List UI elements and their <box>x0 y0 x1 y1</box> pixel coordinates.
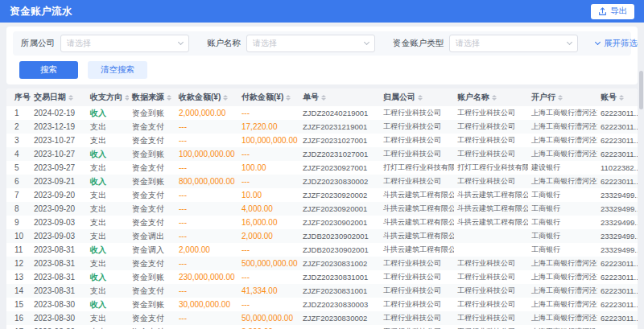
cell-date: 2023-08-31 <box>31 286 87 295</box>
cell-date: 2023-09-03 <box>31 232 87 241</box>
cell-company: 工程行业科技公司 <box>380 149 454 159</box>
cell-receive: --- <box>175 218 238 227</box>
sort-icon <box>223 95 228 101</box>
table-row[interactable]: 122023-08-31支出资金支付---500,000,000.00ZJZF2… <box>6 257 638 270</box>
cell-pay: 100.00 <box>238 163 299 172</box>
export-icon <box>598 7 607 16</box>
table-row[interactable]: 52023-09-27支出资金支付---100.00ZJZF2023092700… <box>6 161 638 175</box>
cell-company: 工程行业科技公司 <box>380 176 454 187</box>
column-header-company[interactable]: 归属公司 <box>380 92 454 103</box>
filter-account-name-label: 账户名称 <box>207 38 241 49</box>
cell-order_no: ZJZF20231219001 <box>299 122 380 131</box>
table-row[interactable]: 132023-08-31收入资金到账230,000,000.00---ZJDZ2… <box>6 270 638 284</box>
cell-direction: 支出 <box>87 217 129 228</box>
cell-order_no: ZJZF20230920001 <box>299 204 380 213</box>
cell-company: 工程行业科技公司 <box>380 299 454 310</box>
cell-direction: 支出 <box>87 135 129 146</box>
cell-receive: --- <box>175 259 238 268</box>
clear-search-button[interactable]: 清空搜索 <box>88 61 147 79</box>
table-row[interactable]: 92023-09-03支出资金支付---16,000.00ZJZF2023090… <box>6 216 638 229</box>
cell-order_no: ZJZF20230920002 <box>299 191 380 199</box>
cell-source: 资金到账 <box>129 299 175 310</box>
cell-direction: 收入 <box>87 245 129 256</box>
table-row[interactable]: 62023-09-21收入资金到账800,000,000.00---ZJDZ20… <box>6 175 638 188</box>
cell-source: 资金支付 <box>129 121 175 133</box>
table-row[interactable]: 72023-09-20支出资金支付---10.00ZJZF20230920002… <box>6 188 638 202</box>
cell-index: 15 <box>6 300 31 309</box>
vertical-scrollbar[interactable] <box>639 71 643 327</box>
account-name-select[interactable]: 请选择 <box>246 35 375 52</box>
column-header-receive[interactable]: 收款金额(¥) <box>175 92 238 103</box>
cell-order_no: ZJDZ20240219001 <box>299 109 380 117</box>
cell-account_name: 工程行业科技公司 <box>454 258 528 269</box>
cell-order_no: ZJZF20230902001 <box>299 218 380 227</box>
table-row[interactable]: 102023-09-03支出资金调出---2,000.00ZJDB2023090… <box>6 229 638 243</box>
cell-order_no: ZJDZ20231027001 <box>299 150 380 158</box>
cell-direction: 收入 <box>87 149 129 160</box>
table-row[interactable]: 172023-08-30支出资金支付---3,300.00ZJZF2023083… <box>6 325 638 329</box>
cell-order_no: ZJDZ20230830003 <box>299 300 380 309</box>
scrollbar-thumb[interactable] <box>639 71 643 109</box>
column-header-account_name[interactable]: 账户名称 <box>454 92 528 103</box>
cell-date: 2023-08-31 <box>31 259 87 268</box>
cell-company: 斗拱云建筑工程有限公司 <box>380 217 454 228</box>
cell-order_no: ZJZF20230830002 <box>299 314 380 323</box>
column-label: 归属公司 <box>383 92 415 103</box>
cell-index: 1 <box>6 109 31 117</box>
cell-direction: 收入 <box>87 272 129 283</box>
cell-order_no: ZJZF20230927001 <box>299 163 380 172</box>
cell-order_no: ZJDZ20230830002 <box>299 177 380 186</box>
transactions-table: 序号交易日期收支方向数据来源收款金额(¥)付款金额(¥)单号归属公司账户名称开户… <box>6 88 638 329</box>
cell-company: 斗拱云建筑工程有限公司 <box>380 245 454 255</box>
cell-receive: 100,000,000.00 <box>175 150 238 158</box>
cell-direction: 支出 <box>87 121 129 133</box>
cell-pay: --- <box>238 109 299 117</box>
table-row[interactable]: 42023-10-27收入资金到账100,000,000.00---ZJDZ20… <box>6 147 638 161</box>
column-header-order_no[interactable]: 单号 <box>299 92 380 103</box>
table-row[interactable]: 82023-09-20支出资金支付---4,000.00ZJZF20230920… <box>6 202 638 216</box>
column-header-direction[interactable]: 收支方向 <box>87 92 129 103</box>
table-row[interactable]: 162023-08-30支出资金支付---50,000,000.00ZJZF20… <box>6 311 638 325</box>
cell-pay: 50,000,000.00 <box>238 314 299 323</box>
cell-account_no: 23329499... <box>597 245 638 254</box>
cell-date: 2023-09-20 <box>31 204 87 213</box>
column-header-date[interactable]: 交易日期 <box>31 92 87 103</box>
search-button[interactable]: 搜索 <box>19 61 78 79</box>
cell-index: 16 <box>6 314 31 323</box>
cell-pay: 16,000.00 <box>238 218 299 227</box>
cell-direction: 收入 <box>87 176 129 187</box>
cell-index: 9 <box>6 218 31 227</box>
expand-filters-link[interactable]: 展开筛选 <box>596 38 638 49</box>
table-row[interactable]: 112023-08-31收入资金调入2,000.00---ZJDB2023090… <box>6 243 638 257</box>
column-header-source[interactable]: 数据来源 <box>129 92 175 103</box>
cell-order_no: ZJDB20230902001 <box>299 245 380 254</box>
table-row[interactable]: 12024-02-19收入资金到账2,000,000.00---ZJDZ2024… <box>6 106 638 120</box>
column-header-account_no[interactable]: 账号 <box>597 92 638 103</box>
cell-account_no: 23329499... <box>597 191 638 199</box>
cell-source: 资金到账 <box>129 272 175 283</box>
sort-icon <box>68 95 73 101</box>
export-button[interactable]: 导出 <box>591 4 634 19</box>
cell-company: 工程行业科技公司 <box>380 135 454 146</box>
cell-receive: 800,000,000.00 <box>175 177 238 186</box>
table-row[interactable]: 22023-12-19支出资金支付---17,220.00ZJZF2023121… <box>6 120 638 134</box>
cell-bank: 上海工商银行漕河泾支行 <box>528 299 597 310</box>
cell-direction: 支出 <box>87 190 129 201</box>
column-header-pay[interactable]: 付款金额(¥) <box>238 92 299 103</box>
cell-date: 2023-08-31 <box>31 273 87 282</box>
table-row[interactable]: 32023-10-27支出资金支付---100,000,000.00ZJZF20… <box>6 134 638 147</box>
table-row[interactable]: 142023-08-31支出资金支付---41,334.00ZJZF202308… <box>6 284 638 298</box>
cell-receive: --- <box>175 314 238 323</box>
cell-company: 斗拱云建筑工程有限公司 <box>380 231 454 241</box>
table-header: 序号交易日期收支方向数据来源收款金额(¥)付款金额(¥)单号归属公司账户名称开户… <box>6 88 638 106</box>
cell-bank: 上海工商银行漕河泾支行 <box>528 286 597 296</box>
cell-company: 工程行业科技公司 <box>380 286 454 296</box>
sort-icon <box>418 95 423 101</box>
cell-source: 资金支付 <box>129 286 175 297</box>
account-type-select[interactable]: 请选择 <box>449 35 578 52</box>
company-select[interactable]: 请选择 <box>60 35 189 52</box>
column-header-bank[interactable]: 开户行 <box>528 92 597 103</box>
table-row[interactable]: 152023-08-30收入资金到账30,000,000.00---ZJDZ20… <box>6 298 638 311</box>
cell-account_name: 工程行业科技公司 <box>454 176 528 187</box>
cell-date: 2023-08-30 <box>31 300 87 309</box>
